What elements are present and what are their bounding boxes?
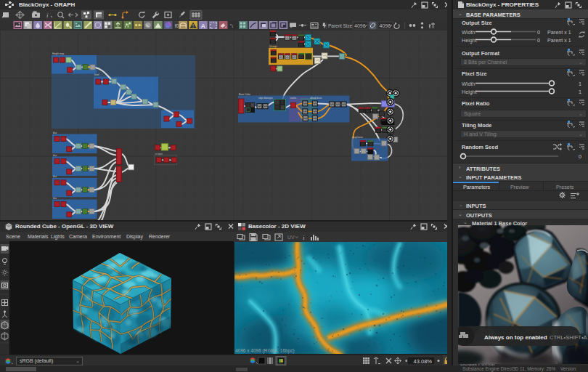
svg-text:4096: 4096 (380, 23, 391, 28)
svg-text:43.08%: 43.08% (414, 358, 433, 365)
svg-text:level: level (94, 73, 99, 76)
svg-text:Grunge: Grunge (269, 45, 277, 48)
svg-text:UV: UV (287, 235, 295, 240)
svg-text:blur: blur (53, 132, 57, 134)
svg-text:Always on top enabled: Always on top enabled (484, 334, 547, 341)
svg-text:°₁: °₁ (230, 23, 233, 28)
svg-text:albedo base: albedo base (310, 97, 322, 100)
svg-text:roughness: roughness (352, 136, 363, 139)
svg-text:4096: 4096 (354, 23, 366, 28)
svg-text:i: i (303, 234, 305, 241)
svg-text:tri input: tri input (155, 153, 163, 155)
svg-text:Height map: Height map (52, 52, 65, 55)
svg-text:A: A (200, 23, 205, 30)
svg-text:Base Color: Base Color (239, 93, 251, 96)
svg-text:i: i (46, 12, 49, 19)
svg-text:CTRL•SHIFT•A: CTRL•SHIFT•A (550, 334, 587, 341)
svg-text:cracks: cracks (290, 97, 297, 100)
svg-text:Parent Size:: Parent Size: (328, 23, 354, 28)
svg-text:edge damages: edge damages (258, 97, 273, 100)
